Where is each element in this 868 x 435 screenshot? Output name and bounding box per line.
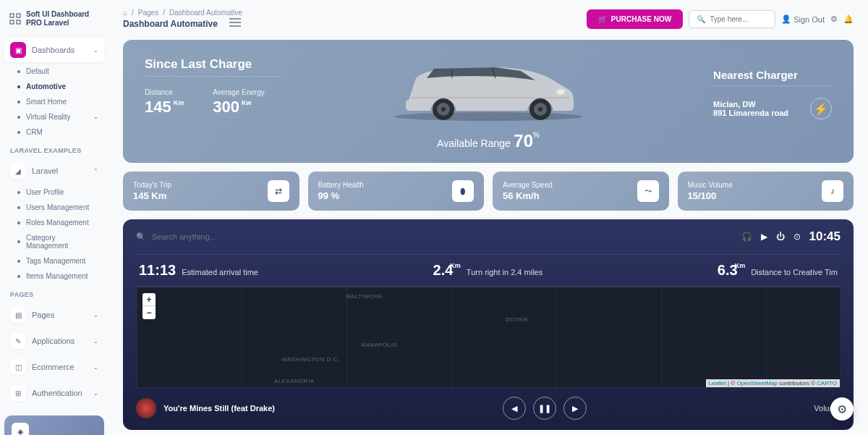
section-header: PAGES	[4, 284, 104, 303]
laravel-icon: ◢	[10, 163, 26, 179]
stat-card-speed: Average Speed56 Km/h ⤳	[493, 172, 669, 211]
car-image	[380, 40, 597, 125]
sub-user-profile[interactable]: User Profile	[4, 185, 104, 200]
search-icon: 🔍	[697, 15, 705, 23]
clock-time: 10:45	[809, 229, 841, 244]
nav-ecommerce[interactable]: ◫Ecommerce⌄	[4, 355, 104, 379]
svg-point-13	[538, 107, 542, 111]
trip-value: 145 Km	[133, 190, 171, 201]
sub-smart-home[interactable]: Smart Home	[4, 94, 104, 109]
sub-crm[interactable]: CRM	[4, 124, 104, 140]
ecommerce-icon: ◫	[10, 359, 26, 375]
speed-icon: ⤳	[637, 180, 659, 202]
stat-card-battery: Battery Health99 % ⬮	[308, 172, 485, 211]
page-title: Dashboard Automative	[123, 19, 218, 29]
navigation-panel: 🔍 🎧 ▶ ⏻ ⊙ 10:45 11:13Estimated arrival t…	[123, 219, 854, 430]
nav-pages[interactable]: ▤Pages⌄	[4, 303, 104, 327]
app-subname: PRO Laravel	[26, 19, 89, 28]
map[interactable]: + − BALTIMORE DOVER WASHINGTON D.C. ANNA…	[136, 287, 841, 388]
nav-search-input[interactable]	[152, 232, 297, 241]
nav-dashboards[interactable]: ▣ Dashboards ⌄	[4, 38, 104, 62]
hero-title: Since Last Charge	[145, 57, 282, 77]
help-card[interactable]: ◈ Need help?	[4, 415, 104, 435]
speed-value: 56 Km/h	[503, 190, 553, 201]
volume-value: 15/100	[688, 190, 733, 201]
sub-category-mgmt[interactable]: Category Management	[4, 230, 104, 253]
crumb-current: Dashboard Automative	[169, 9, 242, 17]
power-icon[interactable]: ⏻	[776, 232, 785, 242]
settings-fab[interactable]: ⚙	[830, 397, 854, 421]
purchase-button[interactable]: 🛒PURCHASE NOW	[587, 9, 683, 29]
map-zoom: + −	[142, 293, 156, 319]
auth-icon: ⊞	[10, 385, 26, 401]
stat-card-volume: Music Volume15/100 ♪	[678, 172, 854, 211]
energy-label: Average Energy	[213, 88, 265, 96]
hero-card: Since Last Charge Distance 145Km Average…	[123, 40, 854, 163]
charger-icon[interactable]: ⚡	[810, 98, 832, 119]
sub-virtual-reality[interactable]: Virtual Reality⌄	[4, 109, 104, 124]
diamond-icon: ◈	[12, 423, 29, 435]
search-input[interactable]	[710, 15, 767, 23]
chevron-down-icon: ⌄	[93, 114, 98, 120]
svg-rect-2	[10, 20, 14, 24]
sub-tags-mgmt[interactable]: Tags Management	[4, 253, 104, 269]
bell-icon[interactable]: 🔔	[843, 14, 854, 24]
svg-point-7	[394, 112, 582, 121]
section-header: LARAVEL EXAMPLES	[4, 140, 104, 159]
sub-automotive[interactable]: Automotive	[4, 79, 104, 94]
sub-users-mgmt[interactable]: Users Management	[4, 200, 104, 215]
topbar: ⌂ / Pages / Dashboard Automative Dashboa…	[123, 9, 854, 30]
prev-button[interactable]: ◀	[503, 397, 526, 420]
svg-rect-0	[10, 14, 14, 17]
pages-icon: ▤	[10, 307, 26, 323]
settings-icon[interactable]: ⚙	[830, 14, 838, 24]
timer-icon[interactable]: ⊙	[793, 232, 801, 242]
play-icon[interactable]: ▶	[761, 232, 767, 242]
distance-value: 145	[145, 98, 171, 117]
sub-roles-mgmt[interactable]: Roles Management	[4, 215, 104, 230]
svg-rect-1	[17, 14, 20, 17]
signout-link[interactable]: 👤Sign Out	[781, 14, 825, 24]
menu-toggle-icon[interactable]	[229, 17, 241, 30]
zoom-out-button[interactable]: −	[142, 306, 156, 319]
svg-point-15	[556, 93, 559, 97]
breadcrumb: ⌂ / Pages / Dashboard Automative	[123, 9, 242, 17]
trip-icon: ⇄	[268, 180, 289, 202]
nav-label: Dashboards	[32, 46, 88, 54]
app-name: Soft UI Dashboard	[26, 10, 89, 19]
battery-icon: ⬮	[452, 180, 474, 202]
apps-icon: ✎	[10, 333, 26, 349]
music-icon: ♪	[822, 180, 843, 202]
stat-card-trip: Today's Trip145 Km ⇄	[123, 172, 299, 211]
logo[interactable]: Soft UI DashboardPRO Laravel	[4, 7, 104, 38]
search-box[interactable]: 🔍	[689, 10, 775, 28]
svg-point-10	[441, 107, 446, 111]
chevron-up-icon: ⌃	[93, 168, 98, 174]
shop-icon: ▣	[10, 42, 26, 58]
nav-laravel[interactable]: ◢ Laravel ⌃	[4, 159, 104, 183]
home-icon[interactable]: ⌂	[123, 9, 127, 17]
range-value: 70	[514, 131, 533, 151]
nav-authentication[interactable]: ⊞Authentication⌄	[4, 381, 104, 405]
map-attribution: Leaflet | © OpenStreetMap contributors ©…	[706, 379, 840, 387]
album-art	[136, 398, 156, 418]
nearest-title: Nearest Charger	[713, 69, 832, 86]
range-label: Available Range	[437, 138, 511, 149]
charger-address: 891 Limarenda road	[713, 109, 788, 117]
nav-applications[interactable]: ✎Applications⌄	[4, 329, 104, 353]
sub-items-mgmt[interactable]: Items Management	[4, 269, 104, 284]
sub-default[interactable]: Default	[4, 64, 104, 79]
sidebar: Soft UI DashboardPRO Laravel ▣ Dashboard…	[0, 0, 109, 435]
pause-button[interactable]: ❚❚	[533, 397, 556, 420]
user-icon: 👤	[781, 14, 791, 24]
zoom-in-button[interactable]: +	[142, 293, 156, 306]
track-title: You're Mines Still (feat Drake)	[163, 404, 275, 413]
crumb-pages[interactable]: Pages	[138, 9, 158, 17]
distance-label: Distance	[145, 88, 184, 96]
headphones-icon[interactable]: 🎧	[741, 232, 752, 242]
charger-name: Miclan, DW	[713, 100, 788, 109]
cart-icon: 🛒	[598, 15, 607, 23]
next-button[interactable]: ▶	[563, 397, 587, 420]
battery-value: 99 %	[318, 190, 364, 201]
app-icon	[9, 12, 22, 25]
